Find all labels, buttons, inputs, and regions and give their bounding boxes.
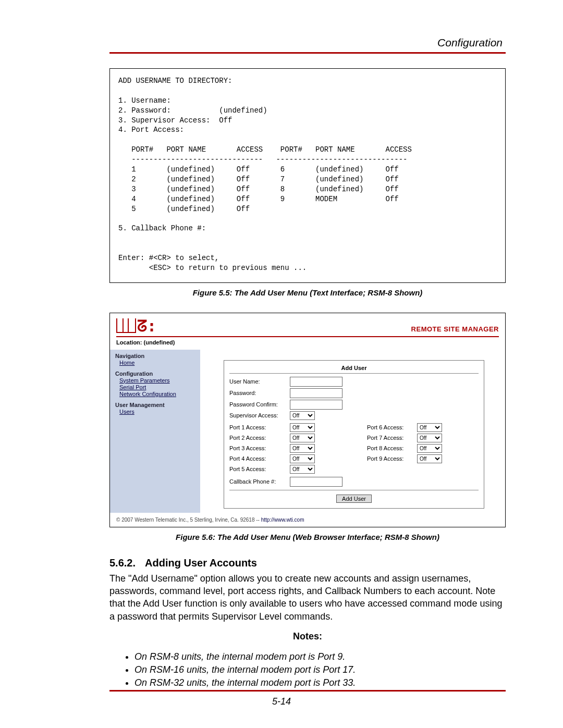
web-interface-screenshot: ᘔ: REMOTE SITE MANAGER Location: (undefi… — [109, 313, 506, 527]
logo-rule — [116, 336, 499, 337]
header-rule — [109, 52, 506, 54]
nav-users-link[interactable]: Users — [119, 409, 196, 415]
nav-section-user-management: User Management — [115, 402, 196, 408]
nav-serial-port-link[interactable]: Serial Port — [119, 384, 196, 390]
figure-5-5-caption: Figure 5.5: The Add User Menu (Text Inte… — [109, 288, 506, 297]
section-number: 5.6.2. — [109, 557, 136, 569]
port4-select[interactable]: Off — [290, 454, 315, 463]
port6-label: Port 6 Access: — [367, 424, 414, 430]
port8-select[interactable]: Off — [417, 444, 442, 453]
figure-5-6-caption: Figure 5.6: The Add User Menu (Web Brows… — [109, 533, 506, 541]
port9-select[interactable]: Off — [417, 454, 442, 463]
username-label: User Name: — [229, 378, 287, 385]
password-label: Password: — [229, 390, 287, 396]
add-user-button[interactable]: Add User — [336, 495, 372, 503]
form-title: Add User — [229, 365, 479, 374]
port1-select[interactable]: Off — [290, 423, 315, 432]
location-label: Location: (undefined) — [116, 339, 499, 346]
nav-network-config-link[interactable]: Network Configuration — [119, 391, 196, 397]
callback-input[interactable] — [290, 477, 342, 487]
web-sidebar: Navigation Home Configuration System Par… — [110, 350, 200, 513]
wti-link[interactable]: http://www.wti.com — [261, 517, 304, 523]
notes-heading: Notes: — [109, 631, 506, 642]
password-confirm-label: Password Confirm: — [229, 401, 287, 408]
callback-label: Callback Phone #: — [229, 478, 287, 485]
username-input[interactable] — [290, 377, 342, 387]
page-header-title: Configuration — [109, 36, 506, 49]
port7-label: Port 7 Access: — [367, 435, 414, 441]
add-user-form: Add User User Name: Password: Password C… — [224, 360, 484, 509]
nav-section-navigation: Navigation — [115, 353, 196, 359]
section-heading: 5.6.2.Adding User Accounts — [109, 557, 506, 569]
port2-label: Port 2 Access: — [229, 435, 287, 441]
password-confirm-input[interactable] — [290, 400, 342, 410]
wti-logo: ᘔ: — [116, 318, 156, 333]
page-number: 5-14 — [0, 696, 563, 707]
port1-label: Port 1 Access: — [229, 424, 287, 430]
port3-label: Port 3 Access: — [229, 445, 287, 451]
footer-rule — [109, 690, 506, 692]
port9-label: Port 9 Access: — [367, 455, 414, 462]
note-item: On RSM-16 units, the internal modem port… — [134, 664, 506, 675]
nav-system-parameters-link[interactable]: System Parameters — [119, 377, 196, 384]
copyright-text: © 2007 Western Telematic Inc., 5 Sterlin… — [116, 517, 499, 523]
port3-select[interactable]: Off — [290, 444, 315, 453]
port8-label: Port 8 Access: — [367, 445, 414, 451]
text-interface-terminal: ADD USERNAME TO DIRECTORY: 1. Username: … — [109, 68, 506, 283]
port2-select[interactable]: Off — [290, 434, 315, 442]
supervisor-access-label: Supervisor Access: — [229, 412, 287, 418]
note-item: On RSM-8 units, the internal modem port … — [134, 651, 506, 662]
section-title: Adding User Accounts — [145, 557, 257, 569]
section-body: The "Add Username" option allows you to … — [109, 572, 506, 623]
supervisor-access-select[interactable]: Off — [290, 411, 315, 420]
password-input[interactable] — [290, 388, 342, 398]
nav-home-link[interactable]: Home — [119, 360, 196, 366]
product-label: REMOTE SITE MANAGER — [411, 325, 499, 333]
port7-select[interactable]: Off — [417, 434, 442, 442]
port5-label: Port 5 Access: — [229, 466, 287, 472]
port6-select[interactable]: Off — [417, 423, 442, 432]
note-item: On RSM-32 units, the internal modem port… — [134, 677, 506, 688]
notes-list: On RSM-8 units, the internal modem port … — [109, 651, 506, 688]
port5-select[interactable]: Off — [290, 465, 315, 474]
nav-section-configuration: Configuration — [115, 371, 196, 377]
port4-label: Port 4 Access: — [229, 455, 287, 462]
